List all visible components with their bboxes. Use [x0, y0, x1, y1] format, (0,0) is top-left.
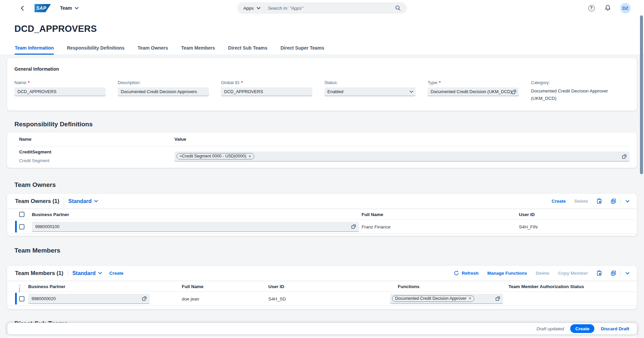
paste-button[interactable]: [597, 270, 602, 276]
member-user-id: S4H_SD: [268, 296, 286, 301]
export-spreadsheet-icon: [611, 199, 616, 204]
team-members-column-header: Business Partner Full Name User ID Funct…: [7, 281, 637, 292]
type-input[interactable]: Documented Credit Decision (UKM_DCD): [428, 87, 519, 96]
help-button[interactable]: ?: [587, 4, 595, 12]
responsibility-definition-row: CreditSegment Credit Segment =Credit Seg…: [14, 146, 630, 167]
column-header-user-id[interactable]: User ID: [268, 284, 284, 289]
bell-icon: [605, 5, 611, 11]
search-icon: [395, 5, 401, 11]
team-owner-row[interactable]: 9980000100 Franz Finance S4H_FIN: [7, 220, 637, 234]
team-member-row[interactable]: 9980000020 doe jean S4H_SD Documented Cr…: [7, 292, 637, 306]
sap-logo[interactable]: SAP: [35, 4, 51, 12]
token-remove-icon[interactable]: ×: [469, 296, 472, 300]
user-avatar[interactable]: DZ: [620, 3, 631, 13]
column-header-functions[interactable]: Functions: [398, 284, 420, 289]
app-title-label: Team: [60, 5, 72, 11]
token-remove-icon[interactable]: ×: [249, 154, 251, 158]
table-overflow-button[interactable]: [626, 272, 630, 275]
tab-direct-sub-teams[interactable]: Direct Sub Teams: [228, 45, 268, 55]
search-scope-selector[interactable]: Apps: [244, 6, 261, 11]
table-overflow-button[interactable]: [626, 200, 630, 203]
category-value: Documented Credit Decision Approver (UKM…: [531, 87, 630, 102]
app-screen: SAP Team Apps ? DZ: [0, 0, 644, 338]
value-help-icon[interactable]: [351, 224, 356, 229]
tab-direct-super-teams[interactable]: Direct Super Teams: [280, 45, 324, 55]
member-functions-input[interactable]: Documented Credit Decision Approver ×: [390, 294, 503, 304]
column-header-authorization-status[interactable]: Team Member Authorization Status: [508, 284, 584, 289]
tab-team-information[interactable]: Team Information: [14, 45, 54, 55]
owner-business-partner-input[interactable]: 9980000100: [32, 222, 359, 232]
column-header-full-name[interactable]: Full Name: [182, 284, 204, 289]
draft-status: Draft updated: [536, 326, 564, 331]
refresh-button[interactable]: Refresh: [454, 271, 478, 276]
name-field-group: Name:* DCD_APPROVERS: [14, 80, 106, 102]
value-help-icon[interactable]: [142, 296, 147, 301]
column-header-name[interactable]: Name: [14, 137, 174, 142]
back-chevron-icon: [21, 6, 24, 11]
status-select[interactable]: Enabled: [324, 87, 416, 96]
responsibility-name: CreditSegment: [19, 149, 51, 154]
team-owners-view-selector[interactable]: Standard: [68, 198, 98, 204]
export-button[interactable]: [611, 199, 616, 204]
column-header-user-id[interactable]: User ID: [519, 212, 535, 217]
status-label: Status:: [324, 80, 416, 85]
vertical-scrollbar[interactable]: [640, 15, 643, 174]
value-help-icon[interactable]: [495, 296, 500, 301]
column-header-value[interactable]: Value: [174, 137, 186, 142]
footer-create-button[interactable]: Create: [570, 324, 594, 333]
general-information-title: General Information: [14, 66, 630, 72]
delete-owner-button[interactable]: Delete: [574, 199, 588, 204]
row-checkbox[interactable]: [19, 224, 24, 229]
page-header: DCD_APPROVERS Team Information Responsib…: [0, 16, 644, 55]
clear-selection-icon[interactable]: [19, 286, 20, 292]
shell-search: Apps: [237, 2, 407, 14]
search-input[interactable]: [268, 6, 394, 11]
discard-draft-button[interactable]: Discard Draft: [601, 326, 629, 331]
export-button[interactable]: [611, 271, 616, 276]
create-member-button[interactable]: Create: [109, 271, 123, 276]
member-business-partner-input[interactable]: 9980000020: [28, 294, 150, 304]
value-help-icon[interactable]: [512, 89, 517, 94]
responsibility-definitions-header-row: Name Value: [14, 132, 630, 146]
draft-footer-bar: Draft updated Create Discard Draft: [7, 323, 637, 335]
copy-member-button[interactable]: Copy Member: [558, 271, 588, 276]
tab-team-members[interactable]: Team Members: [181, 45, 215, 55]
required-marker: *: [439, 80, 441, 85]
notifications-button[interactable]: [604, 4, 612, 12]
sap-logo-text: SAP: [36, 5, 46, 11]
tab-team-owners[interactable]: Team Owners: [137, 45, 168, 55]
column-header-business-partner[interactable]: Business Partner: [28, 284, 65, 289]
back-button[interactable]: [19, 5, 25, 11]
app-title-menu[interactable]: Team: [60, 5, 78, 11]
manage-functions-button[interactable]: Manage Functions: [487, 271, 527, 276]
column-header-full-name[interactable]: Full Name: [362, 212, 383, 217]
team-members-view-selector[interactable]: Standard: [72, 270, 102, 276]
global-id-input[interactable]: DCD_APPROVERS: [221, 87, 312, 96]
search-scope-label: Apps: [244, 6, 254, 11]
tab-responsibility-definitions[interactable]: Responsibility Definitions: [66, 45, 125, 55]
page-content: General Information Name:* DCD_APPROVERS…: [0, 55, 644, 338]
select-all-checkbox[interactable]: [19, 212, 24, 217]
paste-button[interactable]: [597, 198, 602, 204]
row-selection-bar: [15, 221, 17, 232]
value-help-icon[interactable]: [622, 154, 627, 159]
name-input[interactable]: DCD_APPROVERS: [14, 87, 106, 96]
refresh-icon: [454, 271, 459, 276]
delete-member-button[interactable]: Delete: [536, 271, 549, 276]
divider: [621, 198, 621, 205]
create-owner-button[interactable]: Create: [551, 199, 566, 204]
category-label: Category:: [531, 80, 630, 85]
export-spreadsheet-icon: [611, 271, 616, 276]
search-button[interactable]: [394, 4, 402, 12]
type-field-group: Type:* Documented Credit Decision (UKM_D…: [428, 80, 519, 102]
column-header-business-partner[interactable]: Business Partner: [32, 212, 69, 217]
description-field-group: Description: Documented Credit Decision …: [118, 80, 209, 102]
team-members-card: Team Members (1) Standard Create Refresh…: [7, 266, 637, 309]
description-input[interactable]: Documented Credit Decision Approvers: [118, 87, 209, 96]
row-checkbox[interactable]: [19, 296, 24, 301]
chevron-down-icon: [94, 200, 98, 202]
general-information-card: General Information Name:* DCD_APPROVERS…: [7, 58, 637, 111]
credit-segment-token: =Credit Segment 0000 - USD(0000) ×: [176, 153, 254, 159]
global-id-field-group: Global ID:* DCD_APPROVERS: [221, 80, 312, 102]
credit-segment-token-input[interactable]: =Credit Segment 0000 - USD(0000) ×: [174, 151, 630, 161]
